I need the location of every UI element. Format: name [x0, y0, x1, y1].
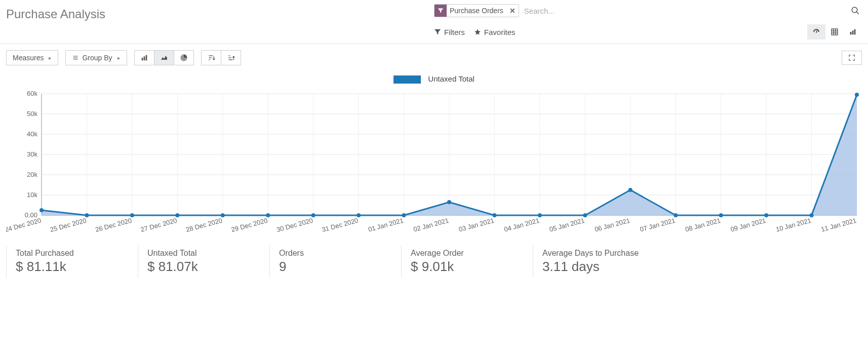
- svg-text:26 Dec 2020: 26 Dec 2020: [95, 216, 133, 234]
- svg-point-63: [221, 213, 225, 217]
- chart-type-pie[interactable]: [174, 50, 194, 65]
- svg-rect-17: [145, 55, 147, 61]
- groupby-button[interactable]: Group By: [65, 50, 127, 65]
- svg-point-59: [40, 208, 44, 212]
- svg-text:20k: 20k: [27, 171, 37, 178]
- kpi-card: Average Days to Purchase3.11 days: [533, 246, 664, 278]
- svg-text:11 Jan 2021: 11 Jan 2021: [820, 216, 857, 233]
- star-icon: [474, 28, 481, 35]
- kpi-row: Total Purchased$ 81.11kUntaxed Total$ 81…: [0, 246, 868, 288]
- svg-point-61: [130, 213, 134, 217]
- svg-point-60: [85, 213, 89, 217]
- svg-text:03 Jan 2021: 03 Jan 2021: [458, 216, 495, 233]
- svg-text:07 Jan 2021: 07 Jan 2021: [639, 216, 676, 233]
- favorites-button[interactable]: Favorites: [474, 28, 516, 36]
- view-graph-button[interactable]: [844, 24, 862, 40]
- svg-rect-11: [854, 29, 856, 35]
- search-icon[interactable]: [849, 6, 862, 15]
- svg-text:30 Dec 2020: 30 Dec 2020: [275, 216, 313, 234]
- measures-button[interactable]: Measures: [6, 50, 58, 65]
- svg-rect-9: [850, 32, 852, 34]
- search-bar: Purchase Orders ✕: [434, 4, 862, 17]
- kpi-label: Orders: [279, 249, 392, 258]
- pie-chart-icon: [180, 54, 188, 62]
- bar-chart-icon: [849, 28, 857, 36]
- svg-text:24 Dec 2020: 24 Dec 2020: [6, 216, 42, 234]
- filters-button[interactable]: Filters: [434, 28, 465, 36]
- svg-text:10 Jan 2021: 10 Jan 2021: [775, 216, 812, 233]
- chart-type-line[interactable]: [154, 50, 174, 65]
- svg-line-1: [856, 12, 859, 14]
- kpi-value: $ 9.01k: [411, 259, 524, 275]
- sort-desc-icon: [207, 54, 215, 62]
- legend-swatch: [393, 75, 421, 84]
- svg-point-62: [175, 213, 179, 217]
- fullscreen-button[interactable]: [842, 51, 862, 65]
- chart-type-group: [134, 50, 194, 65]
- sort-asc-button[interactable]: [221, 50, 241, 65]
- svg-point-76: [810, 213, 814, 217]
- pivot-icon: [831, 28, 839, 36]
- kpi-value: $ 81.07k: [147, 259, 260, 275]
- kpi-card: Total Purchased$ 81.11k: [6, 246, 138, 278]
- svg-rect-15: [141, 58, 143, 60]
- kpi-card: Orders9: [269, 246, 401, 278]
- svg-point-68: [447, 200, 451, 204]
- kpi-label: Average Days to Purchase: [542, 249, 655, 258]
- filter-tag-label: Purchase Orders: [447, 7, 506, 15]
- list-icon: [72, 55, 79, 61]
- svg-text:02 Jan 2021: 02 Jan 2021: [413, 216, 450, 233]
- svg-text:06 Jan 2021: 06 Jan 2021: [594, 216, 631, 233]
- view-dashboard-button[interactable]: [807, 24, 825, 40]
- svg-text:30k: 30k: [27, 150, 37, 158]
- kpi-value: 9: [279, 259, 392, 275]
- favorites-label: Favorites: [484, 28, 516, 36]
- svg-point-65: [311, 213, 315, 217]
- svg-text:10k: 10k: [27, 191, 37, 199]
- svg-text:27 Dec 2020: 27 Dec 2020: [140, 216, 178, 234]
- svg-rect-16: [143, 56, 145, 60]
- svg-rect-10: [852, 30, 854, 34]
- svg-text:40k: 40k: [27, 130, 37, 138]
- sort-asc-icon: [227, 54, 235, 62]
- kpi-label: Total Purchased: [16, 249, 129, 258]
- filter-tag-remove[interactable]: ✕: [506, 7, 519, 15]
- svg-rect-4: [832, 29, 838, 35]
- kpi-label: Average Order: [411, 249, 524, 258]
- chart-area[interactable]: 0.0010k20k30k40k50k60k24 Dec 202025 Dec …: [6, 89, 862, 241]
- svg-point-74: [719, 213, 723, 217]
- svg-point-71: [583, 213, 587, 217]
- chart-type-bar[interactable]: [134, 50, 154, 65]
- svg-rect-3: [816, 30, 817, 32]
- chart-legend: Untaxed Total: [6, 71, 862, 89]
- svg-point-0: [852, 7, 857, 13]
- filters-label: Filters: [444, 28, 465, 36]
- view-pivot-button[interactable]: [825, 24, 844, 40]
- svg-point-69: [492, 213, 496, 217]
- funnel-icon: [434, 28, 441, 35]
- area-chart-icon: [160, 54, 168, 62]
- svg-point-75: [764, 213, 768, 217]
- sort-group: [201, 50, 241, 65]
- kpi-value: $ 81.11k: [16, 259, 129, 275]
- kpi-card: Average Order$ 9.01k: [401, 246, 533, 278]
- page-title: Purchase Analysis: [6, 4, 434, 21]
- svg-text:25 Dec 2020: 25 Dec 2020: [49, 216, 87, 234]
- sort-desc-button[interactable]: [201, 50, 221, 65]
- kpi-card: Untaxed Total$ 81.07k: [138, 246, 269, 278]
- svg-text:29 Dec 2020: 29 Dec 2020: [230, 216, 268, 234]
- svg-point-73: [674, 213, 678, 217]
- svg-point-64: [266, 213, 270, 217]
- kpi-label: Untaxed Total: [147, 249, 260, 258]
- svg-point-70: [538, 213, 542, 217]
- legend-series-label: Untaxed Total: [428, 74, 474, 83]
- svg-point-72: [628, 188, 633, 192]
- svg-text:28 Dec 2020: 28 Dec 2020: [185, 216, 223, 234]
- svg-text:05 Jan 2021: 05 Jan 2021: [548, 216, 585, 233]
- svg-text:09 Jan 2021: 09 Jan 2021: [730, 216, 767, 233]
- groupby-label: Group By: [82, 54, 112, 62]
- svg-text:60k: 60k: [27, 90, 37, 97]
- funnel-icon: [435, 5, 447, 17]
- kpi-value: 3.11 days: [542, 259, 655, 275]
- search-input[interactable]: [521, 5, 847, 17]
